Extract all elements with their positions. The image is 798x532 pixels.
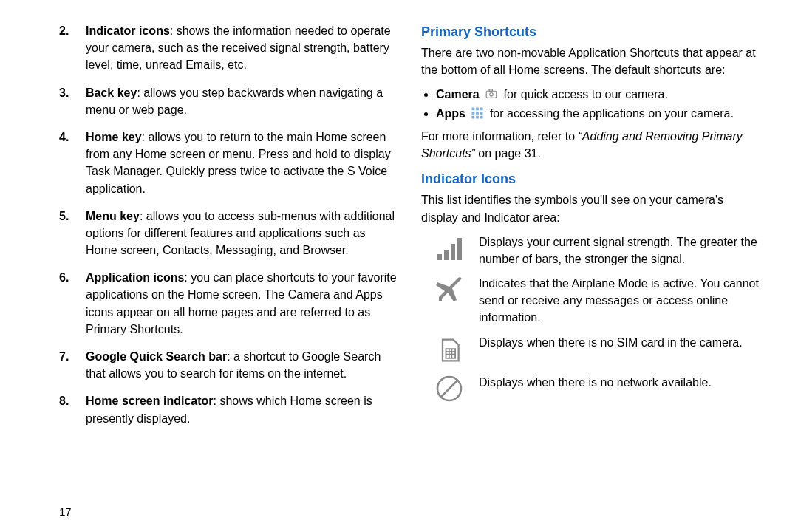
list-item-term: Home screen indicator bbox=[86, 395, 214, 407]
list-item-term: Google Quick Search bar bbox=[86, 350, 227, 363]
row-desc: Displays when there is no network availa… bbox=[479, 374, 761, 391]
camera-icon bbox=[485, 87, 498, 100]
svg-rect-2 bbox=[489, 89, 493, 91]
svg-rect-7 bbox=[477, 112, 480, 115]
svg-rect-14 bbox=[451, 244, 455, 260]
list-item: Application icons: you can place shortcu… bbox=[59, 269, 399, 338]
bullet-term: Camera bbox=[436, 88, 480, 100]
table-row: Displays when there is no network availa… bbox=[421, 374, 761, 403]
more-info-ref: For more information, refer to “Adding a… bbox=[421, 128, 761, 162]
apps-grid-icon bbox=[471, 106, 484, 120]
table-row: Indicates that the Airplane Mode is acti… bbox=[421, 275, 761, 327]
row-desc: Indicates that the Airplane Mode is acti… bbox=[479, 275, 761, 327]
list-item: Back key: allows you step backwards when… bbox=[59, 84, 399, 118]
svg-rect-6 bbox=[472, 112, 475, 115]
svg-rect-12 bbox=[437, 254, 442, 260]
svg-point-1 bbox=[490, 93, 494, 97]
list-item: Home key: allows you to return to the ma… bbox=[59, 129, 399, 197]
ref-post: on page 31. bbox=[475, 147, 541, 160]
no-sim-icon bbox=[433, 334, 466, 366]
svg-rect-13 bbox=[444, 250, 449, 260]
list-item: Google Quick Search bar: a shortcut to G… bbox=[59, 348, 399, 382]
numbered-feature-list: Indicator icons: shows the information n… bbox=[59, 22, 399, 427]
list-item-term: Application icons bbox=[86, 271, 184, 284]
indicator-icons-table: Displays your current signal strength. T… bbox=[421, 233, 761, 403]
indicator-icons-intro: This list identifies the symbols you'll … bbox=[421, 191, 761, 225]
row-desc: Displays when there is no SIM card in th… bbox=[479, 334, 761, 351]
list-item: Apps for accessing the applications on y… bbox=[436, 105, 761, 122]
list-item-term: Menu key bbox=[86, 210, 140, 222]
bullet-desc: for accessing the applications on your c… bbox=[490, 107, 734, 120]
no-network-icon bbox=[433, 374, 466, 403]
svg-rect-15 bbox=[457, 238, 462, 260]
bullet-desc: for quick access to our camera. bbox=[504, 88, 668, 100]
indicator-icons-heading: Indicator Icons bbox=[421, 169, 761, 188]
page-number: 17 bbox=[59, 504, 72, 520]
list-item: Home screen indicator: shows which Home … bbox=[59, 392, 399, 426]
svg-rect-3 bbox=[472, 107, 475, 110]
left-column: Indicator icons: shows the information n… bbox=[22, 22, 399, 517]
manual-page: Indicator icons: shows the information n… bbox=[0, 0, 798, 532]
svg-rect-8 bbox=[480, 112, 483, 115]
primary-shortcuts-list: Camera for quick access to our camera. A… bbox=[421, 86, 761, 121]
svg-rect-4 bbox=[477, 107, 480, 110]
svg-line-22 bbox=[441, 381, 457, 397]
list-item: Indicator icons: shows the information n… bbox=[59, 22, 399, 74]
table-row: Displays your current signal strength. T… bbox=[421, 233, 761, 267]
list-item-term: Home key bbox=[86, 131, 142, 143]
svg-rect-11 bbox=[480, 115, 483, 118]
primary-shortcuts-intro: There are two non-movable Application Sh… bbox=[421, 44, 761, 78]
list-item-term: Indicator icons bbox=[86, 24, 170, 37]
svg-rect-9 bbox=[472, 115, 475, 118]
svg-rect-0 bbox=[486, 92, 497, 98]
list-item: Menu key: allows you to access sub-menus… bbox=[59, 208, 399, 259]
bullet-term: Apps bbox=[436, 107, 466, 120]
primary-shortcuts-heading: Primary Shortcuts bbox=[421, 22, 761, 41]
table-row: Displays when there is no SIM card in th… bbox=[421, 334, 761, 366]
airplane-mode-icon bbox=[433, 275, 466, 304]
list-item-term: Back key bbox=[86, 86, 137, 99]
svg-rect-5 bbox=[480, 107, 483, 110]
right-column: Primary Shortcuts There are two non-mova… bbox=[421, 22, 761, 517]
ref-pre: For more information, refer to bbox=[421, 130, 579, 143]
svg-rect-16 bbox=[446, 349, 456, 358]
svg-rect-10 bbox=[477, 115, 480, 118]
signal-strength-icon bbox=[433, 233, 466, 263]
list-item: Camera for quick access to our camera. bbox=[436, 86, 761, 103]
row-desc: Displays your current signal strength. T… bbox=[479, 233, 761, 267]
